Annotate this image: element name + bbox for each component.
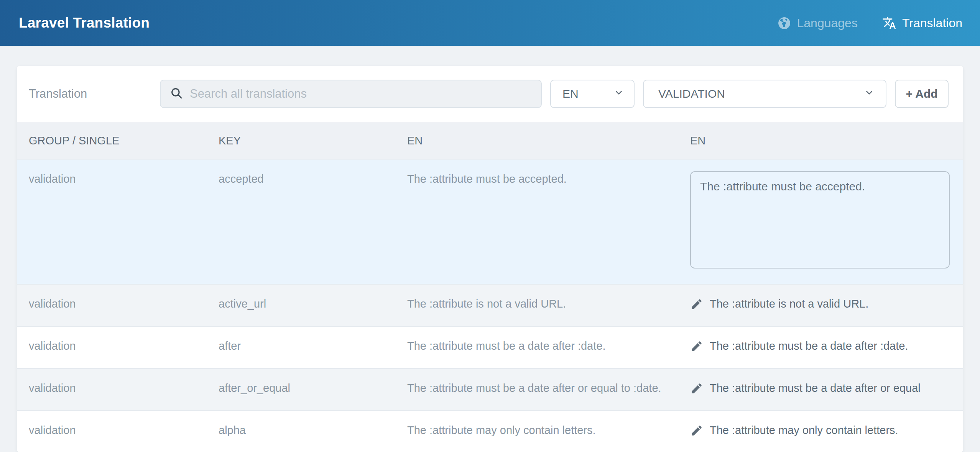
translation-cell[interactable]: The :attribute may only contain letters. (690, 423, 950, 441)
translation-text: The :attribute must be a date after or e… (710, 380, 921, 396)
key-cell: accepted (219, 171, 407, 187)
table-row: validation active_url The :attribute is … (17, 284, 963, 326)
translation-cell: The :attribute must be accepted. (690, 171, 950, 269)
table-row: validation after The :attribute must be … (17, 326, 963, 368)
key-cell: after (219, 338, 407, 354)
column-header-source: EN (407, 134, 690, 147)
nav-item-languages-label: Languages (797, 16, 858, 30)
language-select-value: EN (562, 87, 579, 100)
pencil-edit-icon[interactable] (690, 380, 703, 399)
key-cell: after_or_equal (219, 380, 407, 396)
app-title: Laravel Translation (19, 15, 150, 31)
source-cell: The :attribute must be a date after or e… (407, 380, 690, 396)
group-cell: validation (29, 338, 219, 354)
source-cell: The :attribute may only contain letters. (407, 423, 690, 438)
group-cell: validation (29, 380, 219, 396)
toolbar: Translation EN VAL (17, 66, 963, 122)
key-cell: active_url (219, 296, 407, 311)
translate-icon (882, 16, 896, 30)
table-header-row: GROUP / SINGLE KEY EN EN (17, 122, 963, 159)
page-title: Translation (29, 87, 160, 101)
pencil-edit-icon[interactable] (690, 338, 703, 357)
table-row: validation accepted The :attribute must … (17, 159, 963, 284)
chevron-down-icon (614, 87, 624, 100)
chevron-down-icon (864, 87, 874, 100)
nav-item-translation-label: Translation (902, 16, 962, 30)
group-cell: validation (29, 171, 219, 187)
source-cell: The :attribute must be accepted. (407, 171, 690, 187)
translation-text: The :attribute may only contain letters. (710, 423, 898, 438)
pencil-edit-icon[interactable] (690, 296, 703, 314)
group-cell: validation (29, 296, 219, 311)
translation-cell[interactable]: The :attribute must be a date after or e… (690, 380, 950, 399)
translation-cell[interactable]: The :attribute must be a date after :dat… (690, 338, 950, 357)
table-row: validation alpha The :attribute may only… (17, 410, 963, 452)
group-select-value: VALIDATION (658, 87, 725, 100)
translation-card: Translation EN VAL (17, 66, 963, 452)
top-navbar: Laravel Translation Languages Translatio… (0, 0, 980, 46)
search-input[interactable] (190, 87, 532, 101)
search-icon (170, 87, 183, 101)
navbar-links: Languages Translation (753, 16, 962, 30)
translation-text: The :attribute is not a valid URL. (710, 296, 868, 311)
column-header-group: GROUP / SINGLE (29, 134, 219, 147)
group-cell: validation (29, 423, 219, 438)
language-select[interactable]: EN (550, 80, 635, 108)
column-header-target: EN (690, 134, 950, 147)
table-row: validation after_or_equal The :attribute… (17, 368, 963, 410)
column-header-key: KEY (219, 134, 407, 147)
add-button[interactable]: + Add (895, 80, 949, 108)
nav-item-translation[interactable]: Translation (882, 16, 962, 30)
search-box[interactable] (160, 80, 542, 108)
nav-item-languages[interactable]: Languages (777, 16, 858, 30)
translation-textarea[interactable]: The :attribute must be accepted. (690, 171, 950, 269)
source-cell: The :attribute is not a valid URL. (407, 296, 690, 311)
globe-icon (777, 16, 791, 30)
key-cell: alpha (219, 423, 407, 438)
group-select[interactable]: VALIDATION (643, 80, 886, 108)
translation-cell[interactable]: The :attribute is not a valid URL. (690, 296, 950, 314)
source-cell: The :attribute must be a date after :dat… (407, 338, 690, 354)
main-content: Translation EN VAL (0, 66, 980, 452)
pencil-edit-icon[interactable] (690, 423, 703, 441)
translation-text: The :attribute must be a date after :dat… (710, 338, 908, 354)
